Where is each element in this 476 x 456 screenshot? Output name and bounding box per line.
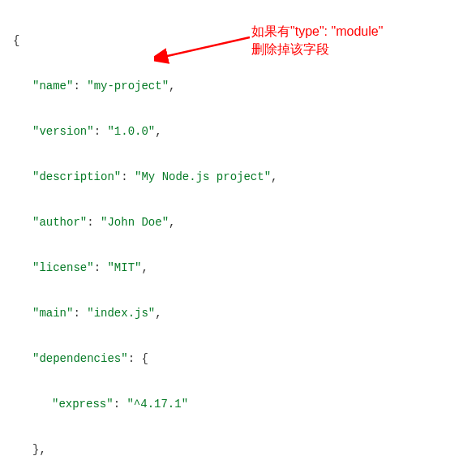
json-val-description: "My Node.js project" <box>135 170 271 183</box>
brace-open: { <box>13 34 19 47</box>
json-val-express: "^4.17.1" <box>127 398 188 411</box>
json-key-main: "main" <box>32 307 73 320</box>
json-key-author: "author" <box>32 216 87 229</box>
json-val-license: "MIT" <box>107 261 141 274</box>
json-val-main: "index.js" <box>87 307 155 320</box>
json-key-express: "express" <box>52 398 114 411</box>
json-val-author: "John Doe" <box>101 216 169 229</box>
json-key-dependencies: "dependencies" <box>32 352 128 365</box>
json-key-name: "name" <box>32 80 73 92</box>
json-val-version: "1.0.0" <box>107 125 155 138</box>
json-val-name: "my-project" <box>87 80 169 92</box>
json-key-license: "license" <box>32 261 94 274</box>
json-key-version: "version" <box>32 125 94 138</box>
brace-close-comma: }, <box>32 443 46 456</box>
code-block: { "name": "my-project", "version": "1.0.… <box>13 6 463 456</box>
json-key-description: "description" <box>32 170 121 183</box>
